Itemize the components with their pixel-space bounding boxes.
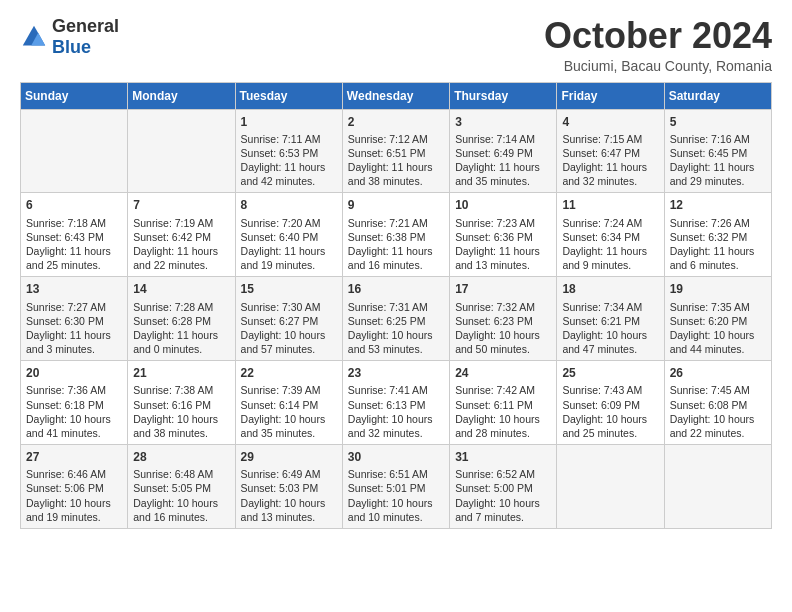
daylight: Daylight: 11 hours and 13 minutes. <box>455 245 540 271</box>
calendar-cell: 7Sunrise: 7:19 AMSunset: 6:42 PMDaylight… <box>128 193 235 277</box>
page-header: General Blue October 2024 Buciumi, Bacau… <box>20 16 772 74</box>
sunrise: Sunrise: 7:32 AM <box>455 301 535 313</box>
daylight: Daylight: 10 hours and 47 minutes. <box>562 329 647 355</box>
daylight: Daylight: 11 hours and 22 minutes. <box>133 245 218 271</box>
sunset: Sunset: 6:51 PM <box>348 147 426 159</box>
sunrise: Sunrise: 7:42 AM <box>455 384 535 396</box>
daylight: Daylight: 10 hours and 35 minutes. <box>241 413 326 439</box>
day-header-friday: Friday <box>557 82 664 109</box>
sunrise: Sunrise: 7:41 AM <box>348 384 428 396</box>
calendar-cell: 21Sunrise: 7:38 AMSunset: 6:16 PMDayligh… <box>128 361 235 445</box>
sunset: Sunset: 6:45 PM <box>670 147 748 159</box>
day-header-saturday: Saturday <box>664 82 771 109</box>
day-number: 6 <box>26 197 122 213</box>
day-number: 5 <box>670 114 766 130</box>
daylight: Daylight: 10 hours and 19 minutes. <box>26 497 111 523</box>
sunset: Sunset: 6:36 PM <box>455 231 533 243</box>
calendar-cell: 26Sunrise: 7:45 AMSunset: 6:08 PMDayligh… <box>664 361 771 445</box>
daylight: Daylight: 10 hours and 7 minutes. <box>455 497 540 523</box>
sunrise: Sunrise: 7:21 AM <box>348 217 428 229</box>
sunrise: Sunrise: 6:48 AM <box>133 468 213 480</box>
daylight: Daylight: 10 hours and 38 minutes. <box>133 413 218 439</box>
calendar-cell: 12Sunrise: 7:26 AMSunset: 6:32 PMDayligh… <box>664 193 771 277</box>
daylight: Daylight: 10 hours and 13 minutes. <box>241 497 326 523</box>
day-number: 24 <box>455 365 551 381</box>
sunrise: Sunrise: 7:16 AM <box>670 133 750 145</box>
sunrise: Sunrise: 7:15 AM <box>562 133 642 145</box>
calendar-cell: 24Sunrise: 7:42 AMSunset: 6:11 PMDayligh… <box>450 361 557 445</box>
day-number: 10 <box>455 197 551 213</box>
sunset: Sunset: 6:13 PM <box>348 399 426 411</box>
day-number: 21 <box>133 365 229 381</box>
calendar-body: 1Sunrise: 7:11 AMSunset: 6:53 PMDaylight… <box>21 109 772 528</box>
sunrise: Sunrise: 7:23 AM <box>455 217 535 229</box>
calendar-cell: 31Sunrise: 6:52 AMSunset: 5:00 PMDayligh… <box>450 445 557 529</box>
day-number: 11 <box>562 197 658 213</box>
title-section: October 2024 Buciumi, Bacau County, Roma… <box>544 16 772 74</box>
sunset: Sunset: 5:06 PM <box>26 482 104 494</box>
daylight: Daylight: 11 hours and 9 minutes. <box>562 245 647 271</box>
sunset: Sunset: 6:42 PM <box>133 231 211 243</box>
sunset: Sunset: 6:09 PM <box>562 399 640 411</box>
sunset: Sunset: 6:08 PM <box>670 399 748 411</box>
daylight: Daylight: 11 hours and 19 minutes. <box>241 245 326 271</box>
day-number: 7 <box>133 197 229 213</box>
daylight: Daylight: 10 hours and 28 minutes. <box>455 413 540 439</box>
sunset: Sunset: 6:16 PM <box>133 399 211 411</box>
day-number: 30 <box>348 449 444 465</box>
day-number: 15 <box>241 281 337 297</box>
daylight: Daylight: 10 hours and 16 minutes. <box>133 497 218 523</box>
calendar-cell: 14Sunrise: 7:28 AMSunset: 6:28 PMDayligh… <box>128 277 235 361</box>
calendar-cell <box>128 109 235 193</box>
day-number: 27 <box>26 449 122 465</box>
calendar-cell: 29Sunrise: 6:49 AMSunset: 5:03 PMDayligh… <box>235 445 342 529</box>
sunset: Sunset: 6:47 PM <box>562 147 640 159</box>
calendar-table: SundayMondayTuesdayWednesdayThursdayFrid… <box>20 82 772 529</box>
day-number: 19 <box>670 281 766 297</box>
day-header-thursday: Thursday <box>450 82 557 109</box>
location-title: Buciumi, Bacau County, Romania <box>544 58 772 74</box>
day-number: 2 <box>348 114 444 130</box>
sunset: Sunset: 6:28 PM <box>133 315 211 327</box>
day-number: 16 <box>348 281 444 297</box>
calendar-cell: 20Sunrise: 7:36 AMSunset: 6:18 PMDayligh… <box>21 361 128 445</box>
sunrise: Sunrise: 6:52 AM <box>455 468 535 480</box>
day-header-tuesday: Tuesday <box>235 82 342 109</box>
logo-general: General <box>52 16 119 36</box>
calendar-cell: 13Sunrise: 7:27 AMSunset: 6:30 PMDayligh… <box>21 277 128 361</box>
daylight: Daylight: 11 hours and 42 minutes. <box>241 161 326 187</box>
day-number: 4 <box>562 114 658 130</box>
daylight: Daylight: 10 hours and 22 minutes. <box>670 413 755 439</box>
daylight: Daylight: 10 hours and 25 minutes. <box>562 413 647 439</box>
calendar-cell: 1Sunrise: 7:11 AMSunset: 6:53 PMDaylight… <box>235 109 342 193</box>
sunset: Sunset: 6:40 PM <box>241 231 319 243</box>
sunrise: Sunrise: 7:27 AM <box>26 301 106 313</box>
sunset: Sunset: 6:18 PM <box>26 399 104 411</box>
logo: General Blue <box>20 16 119 58</box>
day-header-monday: Monday <box>128 82 235 109</box>
day-number: 17 <box>455 281 551 297</box>
calendar-cell: 15Sunrise: 7:30 AMSunset: 6:27 PMDayligh… <box>235 277 342 361</box>
sunrise: Sunrise: 7:24 AM <box>562 217 642 229</box>
sunset: Sunset: 6:11 PM <box>455 399 533 411</box>
calendar-cell: 8Sunrise: 7:20 AMSunset: 6:40 PMDaylight… <box>235 193 342 277</box>
sunset: Sunset: 6:53 PM <box>241 147 319 159</box>
sunset: Sunset: 6:21 PM <box>562 315 640 327</box>
sunrise: Sunrise: 6:51 AM <box>348 468 428 480</box>
calendar-cell: 25Sunrise: 7:43 AMSunset: 6:09 PMDayligh… <box>557 361 664 445</box>
day-number: 1 <box>241 114 337 130</box>
calendar-cell: 10Sunrise: 7:23 AMSunset: 6:36 PMDayligh… <box>450 193 557 277</box>
calendar-cell: 3Sunrise: 7:14 AMSunset: 6:49 PMDaylight… <box>450 109 557 193</box>
sunrise: Sunrise: 7:43 AM <box>562 384 642 396</box>
calendar-cell: 11Sunrise: 7:24 AMSunset: 6:34 PMDayligh… <box>557 193 664 277</box>
sunrise: Sunrise: 7:11 AM <box>241 133 321 145</box>
sunset: Sunset: 6:25 PM <box>348 315 426 327</box>
calendar-cell: 6Sunrise: 7:18 AMSunset: 6:43 PMDaylight… <box>21 193 128 277</box>
sunrise: Sunrise: 7:28 AM <box>133 301 213 313</box>
calendar-cell: 4Sunrise: 7:15 AMSunset: 6:47 PMDaylight… <box>557 109 664 193</box>
sunset: Sunset: 6:30 PM <box>26 315 104 327</box>
day-number: 9 <box>348 197 444 213</box>
daylight: Daylight: 11 hours and 0 minutes. <box>133 329 218 355</box>
calendar-cell: 19Sunrise: 7:35 AMSunset: 6:20 PMDayligh… <box>664 277 771 361</box>
day-number: 26 <box>670 365 766 381</box>
